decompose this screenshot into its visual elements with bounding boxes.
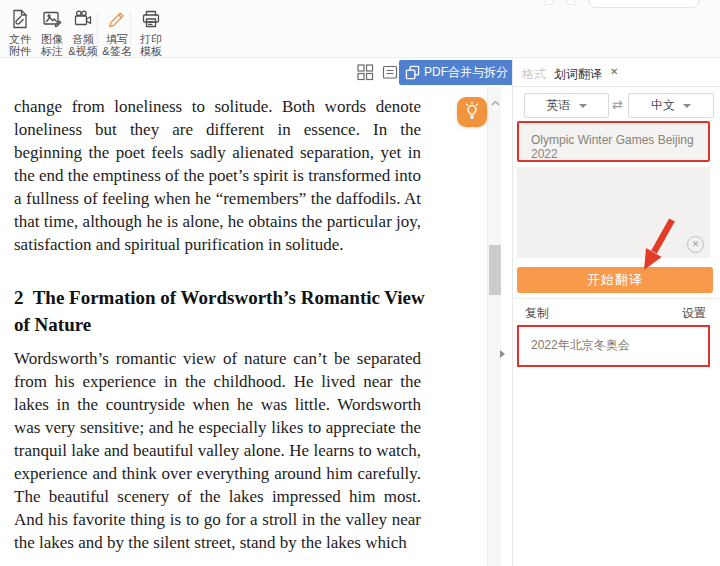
image-annotation-icon xyxy=(35,7,69,31)
tool-label: 文件 xyxy=(3,33,37,45)
image-annotation-button[interactable]: 图像 标注 xyxy=(35,7,69,57)
document-scrollbar[interactable] xyxy=(487,87,501,566)
panel-tabbar: 格式 划词翻译 ✕ xyxy=(512,58,720,87)
pdf-merge-split-button[interactable]: PDF合并与拆分 xyxy=(399,60,514,85)
panel-divider xyxy=(513,298,720,299)
target-language-select[interactable]: 中文 xyxy=(628,93,714,118)
tool-label: 模板 xyxy=(134,45,168,57)
window-control-partial xyxy=(566,0,575,5)
translate-panel: 英语 ⇄ 中文 Olympic Winter Games Beijing 202… xyxy=(512,87,720,566)
print-template-button[interactable]: 打印 模板 xyxy=(134,7,168,57)
file-attachment-button[interactable]: 文件 附件 xyxy=(3,7,37,57)
print-template-icon xyxy=(134,7,168,31)
tab-format[interactable]: 格式 xyxy=(522,66,546,83)
tool-label: 附件 xyxy=(3,45,37,57)
tab-translate[interactable]: 划词翻译 xyxy=(554,66,602,83)
document-paragraph: change from loneliness to solitude. Both… xyxy=(14,95,421,256)
grid-view-button[interactable] xyxy=(354,61,376,83)
source-language-value: 英语 xyxy=(547,97,571,114)
translation-result-text: 2022年北京冬奥会 xyxy=(531,338,630,352)
copy-button[interactable]: 复制 xyxy=(525,305,549,322)
toolbar-divider xyxy=(97,12,98,48)
panel-collapse-arrow[interactable] xyxy=(500,350,505,358)
audio-video-button[interactable]: 音频 &视频 xyxy=(66,7,100,57)
document-heading: 2 The Formation of Wordsworth’s Romantic… xyxy=(14,284,426,338)
start-translate-button[interactable]: 开始翻译 xyxy=(517,267,713,293)
source-text-area[interactable]: ✕ xyxy=(517,167,710,258)
toolbar-divider xyxy=(130,12,131,48)
tab-close-icon[interactable]: ✕ xyxy=(610,66,618,77)
merge-button-label: PDF合并与拆分 xyxy=(424,64,508,81)
tool-label: 打印 xyxy=(134,33,168,45)
tool-label: 填写 xyxy=(100,33,134,45)
chevron-down-icon xyxy=(579,104,587,108)
audio-video-icon xyxy=(66,7,100,31)
main-toolbar: 文件 附件 图像 标注 xyxy=(0,0,720,58)
source-text-box[interactable]: Olympic Winter Games Beijing 2022 xyxy=(517,121,710,162)
fill-sign-pencil-icon xyxy=(100,7,134,31)
pdf-app-window: 文件 附件 图像 标注 xyxy=(0,0,720,566)
chevron-down-icon xyxy=(683,104,691,108)
source-language-select[interactable]: 英语 xyxy=(524,93,609,118)
swap-languages-icon[interactable]: ⇄ xyxy=(612,97,623,112)
tool-label: &签名 xyxy=(100,45,134,57)
file-attachment-icon xyxy=(3,7,37,31)
scroll-up-icon[interactable] xyxy=(491,92,500,110)
clear-text-button[interactable]: ✕ xyxy=(687,236,704,253)
tool-label: 标注 xyxy=(35,45,69,57)
settings-button[interactable]: 设置 xyxy=(682,305,706,322)
target-language-value: 中文 xyxy=(651,97,675,114)
window-control-partial xyxy=(545,0,554,5)
scrollbar-thumb[interactable] xyxy=(489,245,501,295)
lightbulb-icon xyxy=(459,99,485,125)
fill-sign-button[interactable]: 填写 &签名 xyxy=(100,7,134,57)
merge-pages-icon xyxy=(405,65,420,80)
document-page: change from loneliness to solitude. Both… xyxy=(0,87,486,566)
source-text: Olympic Winter Games Beijing 2022 xyxy=(531,133,694,161)
tips-lightbulb-button[interactable] xyxy=(457,97,487,127)
tool-label: &视频 xyxy=(66,45,100,57)
tool-label: 图像 xyxy=(35,33,69,45)
tool-label: 音频 xyxy=(66,33,100,45)
search-bar-partial xyxy=(588,0,700,8)
translation-result-box: 2022年北京冬奥会 xyxy=(517,325,710,367)
single-page-view-button[interactable] xyxy=(379,61,401,83)
document-paragraph: Wordsworth’s romantic view of nature can… xyxy=(14,347,421,554)
